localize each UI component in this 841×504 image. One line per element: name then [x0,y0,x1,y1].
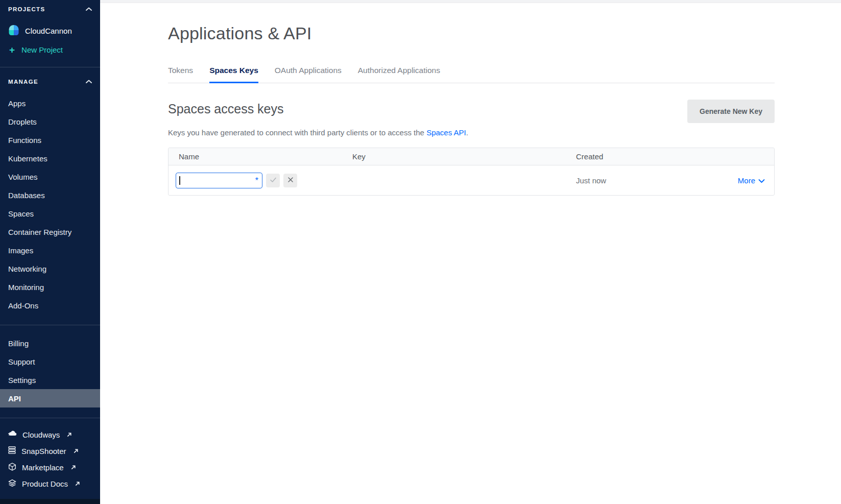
required-asterisk: * [255,177,258,185]
column-header-created: Created [566,148,774,165]
tab-tokens[interactable]: Tokens [168,66,193,83]
sidebar-item-project-cloudcannon[interactable]: CloudCannon [0,25,100,37]
tab-bar: Tokens Spaces Keys OAuth Applications Au… [168,66,775,83]
projects-section-header[interactable]: PROJECTS [0,0,100,12]
sidebar-item-spaces[interactable]: Spaces [0,204,100,223]
column-header-key: Key [342,148,566,165]
sidebar-link-product-docs[interactable]: Product Docs [0,475,100,492]
spaces-api-link[interactable]: Spaces API [426,128,466,137]
sidebar-link-snapshooter[interactable]: SnapShooter [0,443,100,459]
project-icon [8,25,19,37]
external-link-label: Cloudways [22,430,60,439]
sidebar-item-images[interactable]: Images [0,241,100,259]
cancel-button[interactable] [283,174,297,187]
top-strip [100,0,841,3]
sidebar-item-functions[interactable]: Functions [0,131,100,149]
plus-icon: + [9,45,15,55]
sidebar-link-marketplace[interactable]: Marketplace [0,459,100,475]
snapshooter-icon [8,446,16,455]
sidebar-item-add-ons[interactable]: Add-Ons [0,296,100,315]
sidebar-item-droplets[interactable]: Droplets [0,112,100,131]
project-name-label: CloudCannon [25,27,72,35]
projects-header-label: PROJECTS [8,6,45,12]
manage-section-header[interactable]: MANAGE [0,67,100,85]
tab-spaces-keys[interactable]: Spaces Keys [209,66,258,83]
column-header-name: Name [169,148,342,165]
sidebar-item-networking[interactable]: Networking [0,259,100,278]
key-name-input[interactable] [176,173,262,188]
external-links-list: Cloudways SnapShooter [0,426,100,492]
sidebar-item-databases[interactable]: Databases [0,186,100,204]
sidebar-divider [0,418,100,418]
sidebar-link-cloudways[interactable]: Cloudways [0,426,100,443]
external-link-arrow-icon [75,479,80,488]
new-project-label: New Project [21,45,63,54]
new-project-button[interactable]: + New Project [0,43,100,56]
external-link-label: Product Docs [22,479,68,488]
external-link-arrow-icon [66,430,72,439]
external-link-label: SnapShooter [21,447,66,455]
cloud-icon [8,430,17,439]
box-icon [8,463,16,472]
section-description: Keys you have generated to connect with … [168,128,775,137]
external-link-label: Marketplace [22,463,64,472]
generate-new-key-button[interactable]: Generate New Key [687,100,775,123]
chevron-up-icon [86,6,92,12]
sidebar-item-container-registry[interactable]: Container Registry [0,223,100,241]
external-link-arrow-icon [73,447,79,455]
section-title: Spaces access keys [168,100,284,116]
sidebar-item-kubernetes[interactable]: Kubernetes [0,149,100,167]
manage-nav-list: Apps Droplets Functions Kubernetes Volum… [0,94,100,315]
manage-header-label: MANAGE [8,79,38,85]
sidebar: PROJECTS CloudCannon + New Project MANAG… [0,0,100,504]
sidebar-item-billing[interactable]: Billing [0,334,100,352]
sidebar-item-monitoring[interactable]: Monitoring [0,278,100,296]
sidebar-divider [0,325,100,325]
more-label: More [738,176,755,185]
main-content: Applications & API Tokens Spaces Keys OA… [100,0,841,504]
close-icon [287,176,294,185]
key-name-input-wrapper: * [176,173,262,188]
table-row: * Just now [169,165,774,195]
external-link-arrow-icon [70,463,76,472]
account-nav-list: Billing Support Settings API [0,334,100,407]
more-dropdown[interactable]: More [738,176,765,185]
chevron-up-icon [86,79,92,85]
table-header-row: Name Key Created [169,148,774,165]
layers-icon [8,479,16,489]
sidebar-footer-strip [0,499,100,504]
sidebar-item-volumes[interactable]: Volumes [0,167,100,186]
check-icon [269,176,277,185]
created-timestamp: Just now [576,176,606,185]
sidebar-item-apps[interactable]: Apps [0,94,100,112]
sidebar-item-settings[interactable]: Settings [0,371,100,389]
spaces-keys-table: Name Key Created * [168,148,775,196]
sidebar-item-api[interactable]: API [0,389,100,407]
confirm-button[interactable] [266,174,280,187]
chevron-down-icon [758,176,765,185]
tab-authorized-applications[interactable]: Authorized Applications [358,66,440,83]
tab-oauth-applications[interactable]: OAuth Applications [275,66,342,83]
sidebar-item-support[interactable]: Support [0,352,100,371]
text-cursor [179,176,180,185]
page-title: Applications & API [168,23,775,43]
